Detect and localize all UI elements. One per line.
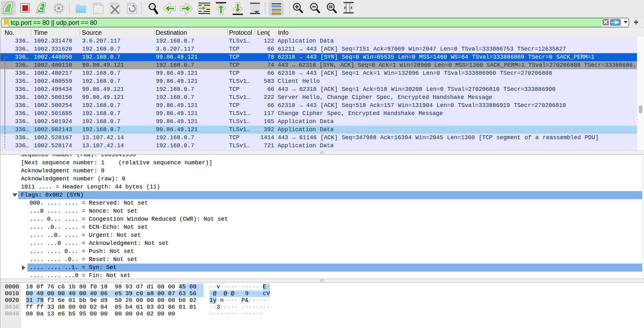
svg-text:01110: 01110 <box>95 11 101 14</box>
